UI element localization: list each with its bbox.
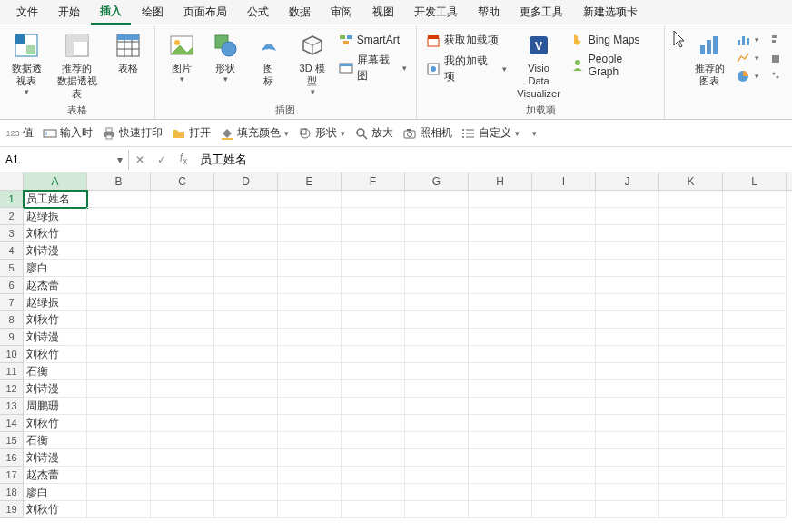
cell[interactable] — [532, 398, 596, 415]
cell[interactable] — [532, 467, 596, 484]
cell[interactable] — [723, 329, 787, 346]
cell[interactable] — [342, 449, 405, 467]
row-header[interactable]: 12 — [0, 380, 24, 398]
cell[interactable]: 廖白 — [24, 484, 87, 501]
cell[interactable] — [469, 467, 532, 484]
menu-item-0[interactable]: 文件 — [7, 1, 47, 24]
cell[interactable] — [596, 191, 659, 208]
chevron-down-icon[interactable]: ▾ — [112, 153, 128, 166]
cell[interactable] — [214, 225, 278, 242]
cell[interactable]: 石衡 — [24, 432, 87, 449]
col-header-B[interactable]: B — [87, 172, 151, 190]
cell[interactable] — [342, 415, 405, 432]
cell[interactable] — [405, 467, 469, 484]
cell[interactable] — [87, 260, 151, 277]
cell[interactable] — [278, 363, 342, 380]
cell[interactable] — [596, 329, 659, 346]
cell[interactable] — [723, 449, 787, 467]
formula-input[interactable] — [194, 149, 792, 170]
cell[interactable] — [469, 260, 532, 277]
cell[interactable] — [342, 242, 405, 260]
menu-item-9[interactable]: 开发工具 — [405, 1, 467, 24]
table-button[interactable]: 表格 — [107, 29, 149, 76]
cell[interactable]: 赵绿振 — [24, 208, 87, 225]
cell[interactable] — [342, 311, 405, 329]
cell[interactable] — [405, 346, 469, 363]
cell[interactable] — [87, 380, 151, 398]
cell[interactable]: 刘诗漫 — [24, 329, 87, 346]
cell[interactable] — [596, 484, 659, 501]
cell[interactable] — [469, 225, 532, 242]
col-header-E[interactable]: E — [278, 172, 342, 190]
smartart-button[interactable]: SmartArt — [339, 31, 408, 49]
cell[interactable] — [723, 467, 787, 484]
col-header-C[interactable]: C — [151, 172, 214, 190]
cell[interactable] — [659, 415, 723, 432]
cell[interactable] — [342, 398, 405, 415]
cell[interactable] — [469, 380, 532, 398]
cell[interactable] — [214, 501, 278, 518]
cell[interactable] — [596, 380, 659, 398]
cell[interactable] — [151, 363, 214, 380]
recommended-charts-button[interactable]: 推荐的 图表 — [688, 29, 730, 89]
menu-item-5[interactable]: 公式 — [238, 1, 278, 24]
cell[interactable] — [405, 329, 469, 346]
cell[interactable]: 刘秋竹 — [24, 311, 87, 329]
cell[interactable] — [87, 191, 151, 208]
cell[interactable]: 刘诗漫 — [24, 242, 87, 260]
cell[interactable] — [87, 449, 151, 467]
cell[interactable] — [659, 432, 723, 449]
cell[interactable] — [342, 501, 405, 518]
cell[interactable] — [214, 311, 278, 329]
row-header[interactable]: 2 — [0, 208, 24, 225]
cell[interactable] — [405, 311, 469, 329]
row-header[interactable]: 14 — [0, 415, 24, 432]
cell[interactable] — [723, 191, 787, 208]
cell[interactable]: 石衡 — [24, 363, 87, 380]
pivot-table-button[interactable]: 数据透 视表▾ — [5, 29, 47, 98]
row-header[interactable]: 16 — [0, 449, 24, 467]
cell[interactable] — [151, 242, 214, 260]
cell[interactable] — [469, 346, 532, 363]
cell[interactable] — [596, 501, 659, 518]
col-header-G[interactable]: G — [405, 172, 469, 190]
cell[interactable]: 刘诗漫 — [24, 449, 87, 467]
cell[interactable] — [532, 208, 596, 225]
cell[interactable] — [87, 294, 151, 311]
cell[interactable] — [723, 346, 787, 363]
cell[interactable] — [151, 467, 214, 484]
cell[interactable] — [405, 191, 469, 208]
row-header[interactable]: 17 — [0, 467, 24, 484]
menu-item-3[interactable]: 绘图 — [133, 1, 173, 24]
cell[interactable] — [596, 363, 659, 380]
icons-button[interactable]: 图 标 — [248, 29, 290, 89]
my-addins-button[interactable]: 我的加载项▾ — [426, 52, 507, 86]
cell[interactable] — [723, 363, 787, 380]
cell[interactable]: 赵杰蕾 — [24, 277, 87, 294]
menu-item-2[interactable]: 插入 — [91, 0, 131, 25]
cell[interactable] — [342, 346, 405, 363]
cell[interactable] — [659, 484, 723, 501]
recommended-pivot-button[interactable]: 推荐的 数据透视表 — [49, 29, 105, 102]
cell[interactable] — [405, 432, 469, 449]
cell[interactable] — [532, 380, 596, 398]
cell[interactable] — [151, 208, 214, 225]
cell[interactable] — [151, 225, 214, 242]
cell[interactable] — [214, 484, 278, 501]
cell[interactable] — [532, 449, 596, 467]
cell[interactable] — [405, 484, 469, 501]
cell[interactable] — [342, 208, 405, 225]
bing-maps-button[interactable]: Bing Maps — [570, 31, 655, 49]
cell[interactable] — [214, 242, 278, 260]
menu-item-1[interactable]: 开始 — [49, 1, 89, 24]
cell[interactable] — [405, 277, 469, 294]
cell[interactable] — [151, 432, 214, 449]
select-all-corner[interactable] — [0, 172, 24, 190]
cell[interactable] — [151, 260, 214, 277]
cell[interactable] — [723, 432, 787, 449]
cell[interactable] — [405, 225, 469, 242]
cell[interactable] — [151, 398, 214, 415]
name-box[interactable]: ▾ — [0, 150, 129, 170]
visio-button[interactable]: V Visio DataVisualizer — [512, 29, 564, 102]
cell[interactable] — [659, 191, 723, 208]
